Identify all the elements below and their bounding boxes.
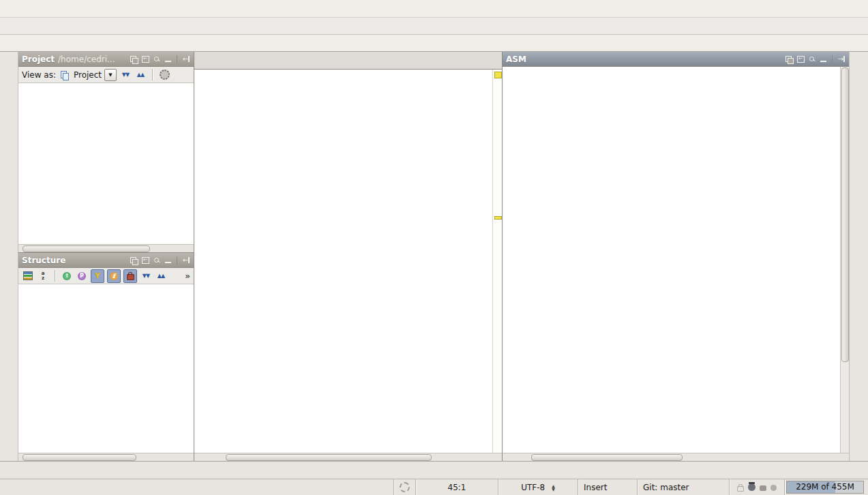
- project-tree: [18, 83, 194, 244]
- editor-code[interactable]: [194, 70, 492, 453]
- status-icons: [729, 479, 784, 495]
- structure-panel-toolbar: az ↑ P Y f ▼▼ ▲▲ »: [18, 268, 194, 284]
- lock-icon[interactable]: [737, 486, 744, 492]
- project-panel-title: Project: [22, 55, 55, 64]
- hide-icon[interactable]: ←: [181, 256, 190, 265]
- stripe-file-status: [494, 72, 502, 78]
- scrollbar-thumb[interactable]: [841, 68, 849, 362]
- scrollbar-thumb[interactable]: [531, 454, 683, 461]
- view-mode-dropdown[interactable]: ▼: [104, 69, 117, 81]
- structure-header-buttons: ←: [129, 256, 190, 265]
- stripe-warning-mark[interactable]: [494, 216, 502, 220]
- dock-icon[interactable]: [140, 256, 150, 265]
- pin-icon[interactable]: [152, 256, 162, 265]
- dock-icon[interactable]: [140, 55, 150, 63]
- hector-icon[interactable]: [748, 483, 755, 491]
- show-non-public-icon[interactable]: [123, 269, 137, 283]
- show-fields-icon[interactable]: f: [107, 269, 121, 283]
- status-dot-icon: [770, 485, 777, 491]
- sort-visibility-icon[interactable]: ↑: [61, 270, 73, 282]
- navigation-bar: [0, 35, 868, 52]
- insert-mode[interactable]: Insert: [578, 479, 637, 495]
- asm-panel-title: ASM: [506, 55, 526, 64]
- caret-position[interactable]: 45:1: [415, 479, 498, 495]
- asm-header-buttons: →: [784, 55, 845, 63]
- hide-icon[interactable]: →: [836, 55, 845, 63]
- memory-indicator-cell: 229M of 455M: [784, 479, 868, 495]
- hide-icon[interactable]: ←: [181, 55, 190, 63]
- editor-error-stripe[interactable]: [492, 70, 502, 453]
- encoding-spinner-icon: ▲▼: [552, 484, 555, 491]
- asm-body: [503, 67, 849, 453]
- main-toolbar: [0, 18, 868, 35]
- structure-tree: [18, 284, 194, 453]
- editor-code-wrap: [194, 70, 502, 453]
- asm-vscrollbar: [840, 67, 849, 453]
- project-panel-toolbar: View as: Project ▼ ▼▼ ▲▲: [18, 67, 194, 83]
- asm-tool-window: ASM →: [503, 52, 849, 461]
- more-options-icon[interactable]: »: [185, 271, 190, 281]
- vcs-branch[interactable]: Git: master: [637, 479, 729, 495]
- structure-hscrollbar: [18, 453, 194, 461]
- editor-tab-bar: [194, 52, 502, 70]
- dock-icon[interactable]: [796, 55, 805, 63]
- collapse-all-icon[interactable]: ▲▲: [134, 69, 147, 81]
- show-properties-icon[interactable]: P: [76, 270, 88, 282]
- structure-tool-window: Structure ← az ↑ P: [18, 253, 194, 461]
- status-message-area: [0, 479, 393, 495]
- status-bar: 45:1 UTF-8 ▲▼ Insert Git: master 229M of…: [0, 479, 868, 495]
- pin-icon[interactable]: [807, 55, 817, 63]
- project-panel-header: Project /home/cedri... ←: [18, 52, 194, 67]
- project-tool-window: Project /home/cedri... ← View as: Projec…: [18, 52, 194, 253]
- minimize-icon[interactable]: [164, 55, 173, 63]
- left-tool-stripe: [0, 52, 18, 461]
- minimize-icon[interactable]: [164, 256, 173, 265]
- view-as-label: View as:: [22, 70, 56, 80]
- scrollbar-thumb[interactable]: [226, 454, 432, 461]
- collapse-all-icon[interactable]: ▲▲: [155, 270, 167, 282]
- asm-code[interactable]: [503, 67, 840, 453]
- float-icon[interactable]: [784, 55, 794, 63]
- editor-area: [194, 52, 503, 461]
- structure-panel-header: Structure ←: [18, 253, 194, 268]
- menu-bar: [0, 0, 868, 18]
- float-icon[interactable]: [129, 256, 138, 265]
- project-header-buttons: ←: [129, 55, 190, 63]
- idea-window: Project /home/cedri... ← View as: Projec…: [0, 0, 868, 495]
- message-bubble-icon[interactable]: [760, 485, 766, 491]
- asm-hscrollbar: [503, 453, 849, 461]
- pin-icon[interactable]: [152, 55, 162, 63]
- view-mode-value[interactable]: Project: [74, 70, 102, 80]
- memory-text: 229M of 455M: [787, 481, 863, 493]
- asm-panel-header: ASM →: [503, 52, 849, 67]
- editor-hscrollbar: [194, 453, 502, 461]
- scrollbar-thumb[interactable]: [23, 454, 136, 461]
- sort-alpha-icon[interactable]: az: [37, 270, 49, 282]
- minimize-icon[interactable]: [819, 55, 828, 63]
- expand-all-icon[interactable]: ▼▼: [140, 270, 152, 282]
- view-mode-icon[interactable]: [59, 69, 71, 81]
- background-process-icon[interactable]: [393, 479, 415, 495]
- project-panel-path: /home/cedri...: [58, 55, 125, 64]
- right-tool-stripe: [849, 52, 868, 461]
- left-column: Project /home/cedri... ← View as: Projec…: [18, 52, 194, 461]
- bottom-tool-buttons: [0, 462, 868, 479]
- scrollbar-thumb[interactable]: [23, 245, 150, 252]
- group-by-icon[interactable]: [22, 270, 34, 282]
- file-encoding[interactable]: UTF-8 ▲▼: [498, 479, 578, 495]
- main-area: Project /home/cedri... ← View as: Projec…: [0, 52, 868, 462]
- float-icon[interactable]: [129, 55, 138, 63]
- structure-panel-title: Structure: [22, 256, 65, 265]
- show-inherited-icon[interactable]: Y: [91, 269, 104, 283]
- expand-all-icon[interactable]: ▼▼: [119, 69, 132, 81]
- project-hscrollbar: [18, 244, 194, 252]
- gear-icon[interactable]: [158, 69, 170, 81]
- memory-indicator[interactable]: 229M of 455M: [786, 481, 864, 494]
